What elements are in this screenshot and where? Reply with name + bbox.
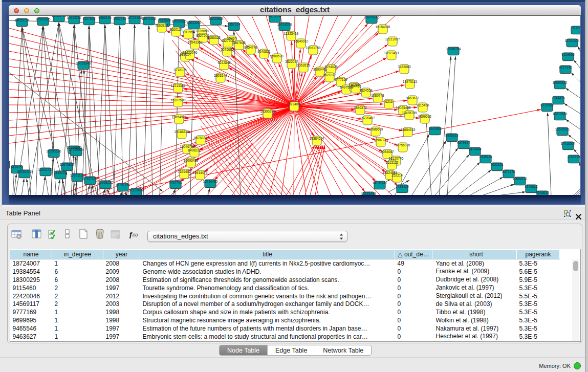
svg-text:19654925: 19654925 <box>172 115 187 119</box>
svg-text:7625402: 7625402 <box>178 170 191 173</box>
svg-text:7357214: 7357214 <box>227 23 241 26</box>
svg-text:10025488: 10025488 <box>396 106 411 110</box>
svg-text:29053346: 29053346 <box>76 61 91 65</box>
svg-text:16782759: 16782759 <box>116 183 130 187</box>
svg-text:2803144: 2803144 <box>214 74 227 77</box>
svg-text:16533267: 16533267 <box>187 21 202 25</box>
svg-text:1588520: 1588520 <box>270 54 284 58</box>
svg-text:10543362: 10543362 <box>188 40 203 44</box>
svg-text:39151112: 39151112 <box>17 170 32 173</box>
svg-text:18933793: 18933793 <box>52 16 67 17</box>
svg-text:1167533: 1167533 <box>568 155 580 159</box>
svg-text:17957223: 17957223 <box>83 177 98 180</box>
svg-text:18724007: 18724007 <box>287 102 302 106</box>
svg-text:19166825: 19166825 <box>175 130 189 134</box>
svg-text:3822037: 3822037 <box>285 60 298 63</box>
svg-text:2867608: 2867608 <box>232 41 246 45</box>
svg-text:7886372: 7886372 <box>354 106 367 110</box>
svg-text:1145191: 1145191 <box>54 171 67 174</box>
svg-text:2935114: 2935114 <box>480 155 492 159</box>
svg-text:9474444: 9474444 <box>468 147 482 151</box>
svg-text:9245612: 9245612 <box>525 185 538 188</box>
svg-text:13975115: 13975115 <box>403 80 418 83</box>
svg-text:7515524: 7515524 <box>158 18 171 22</box>
svg-text:16914479: 16914479 <box>193 171 208 174</box>
svg-text:19654923: 19654923 <box>401 128 416 132</box>
svg-text:15720407: 15720407 <box>360 116 375 120</box>
svg-text:1640953: 1640953 <box>428 127 442 130</box>
svg-text:9777169: 9777169 <box>334 78 347 81</box>
svg-text:11123: 11123 <box>572 26 580 30</box>
svg-text:19975857: 19975857 <box>60 163 75 166</box>
svg-text:7663822: 7663822 <box>155 24 168 27</box>
svg-text:6216: 6216 <box>385 100 393 103</box>
svg-text:8454749: 8454749 <box>244 46 257 49</box>
svg-text:1434061: 1434061 <box>10 165 24 169</box>
svg-text:9084067: 9084067 <box>381 150 394 154</box>
svg-text:1080748: 1080748 <box>371 94 384 97</box>
svg-text:12093822: 12093822 <box>553 81 568 84</box>
svg-text:16640910: 16640910 <box>294 39 309 43</box>
svg-text:9129966: 9129966 <box>561 53 575 56</box>
svg-text:12213382: 12213382 <box>171 84 186 87</box>
svg-text:14136141: 14136141 <box>373 181 387 185</box>
svg-text:16046798: 16046798 <box>180 145 195 148</box>
svg-text:8813054: 8813054 <box>268 16 281 18</box>
svg-text:3660124: 3660124 <box>169 28 183 31</box>
svg-text:1615112: 1615112 <box>386 161 399 164</box>
svg-text:1733426: 1733426 <box>396 185 409 188</box>
svg-text:3912954: 3912954 <box>182 30 195 34</box>
svg-text:11325419: 11325419 <box>284 32 299 35</box>
svg-text:12213967: 12213967 <box>385 37 400 41</box>
svg-text:8498222: 8498222 <box>188 148 201 152</box>
svg-text:15692901: 15692901 <box>555 127 570 131</box>
svg-text:10053380: 10053380 <box>172 19 187 23</box>
svg-text:10719185: 10719185 <box>127 16 142 19</box>
svg-text:254436: 254436 <box>350 84 361 88</box>
svg-text:17359924: 17359924 <box>69 148 84 151</box>
svg-text:2226058: 2226058 <box>195 29 209 33</box>
svg-text:18907249: 18907249 <box>374 138 388 142</box>
svg-text:8938923: 8938923 <box>445 134 459 137</box>
svg-text:2718176: 2718176 <box>173 68 187 72</box>
svg-text:8678334: 8678334 <box>194 136 207 140</box>
svg-text:1621072: 1621072 <box>323 73 336 77</box>
svg-text:8215958: 8215958 <box>540 103 554 107</box>
svg-text:8471676: 8471676 <box>502 170 515 173</box>
svg-text:14055724: 14055724 <box>15 18 30 22</box>
svg-text:20876842: 20876842 <box>364 16 379 19</box>
svg-text:9146821: 9146821 <box>257 50 271 53</box>
svg-text:20206536: 20206536 <box>47 149 61 153</box>
svg-text:6679197: 6679197 <box>457 141 470 144</box>
svg-text:19384554: 19384554 <box>310 137 324 140</box>
svg-text:(x): (x) <box>133 232 138 237</box>
svg-text:8186328: 8186328 <box>207 36 221 39</box>
svg-text:9227342: 9227342 <box>559 65 572 69</box>
svg-text:18300295: 18300295 <box>260 110 275 113</box>
svg-text:252214: 252214 <box>391 173 403 177</box>
svg-text:6794028: 6794028 <box>324 65 338 69</box>
svg-text:16120746: 16120746 <box>389 157 404 160</box>
svg-text:20991406: 20991406 <box>36 17 51 21</box>
svg-text:9699695: 9699695 <box>418 115 431 118</box>
svg-text:9245612: 9245612 <box>536 191 549 194</box>
svg-text:16648784: 16648784 <box>446 47 461 51</box>
svg-text:10958127: 10958127 <box>98 181 113 184</box>
svg-text:10688609: 10688609 <box>368 127 383 131</box>
svg-text:14671355: 14671355 <box>142 17 157 20</box>
svg-text:12342737: 12342737 <box>38 168 53 171</box>
svg-text:1244415: 1244415 <box>552 96 565 100</box>
svg-text:7485063: 7485063 <box>398 65 411 69</box>
svg-text:19218506: 19218506 <box>277 23 292 26</box>
svg-text:17016504: 17016504 <box>561 142 576 145</box>
svg-text:16107533: 16107533 <box>171 98 186 102</box>
svg-text:16210643: 16210643 <box>553 112 568 116</box>
svg-text:16154808: 16154808 <box>376 25 390 29</box>
svg-text:6466160: 6466160 <box>98 16 112 19</box>
svg-text:15716485: 15716485 <box>203 180 218 183</box>
svg-text:16093489: 16093489 <box>184 159 199 162</box>
svg-text:9115460: 9115460 <box>417 103 429 107</box>
svg-text:10756928: 10756928 <box>396 143 410 147</box>
svg-text:3824554: 3824554 <box>359 89 373 92</box>
svg-text:1362615: 1362615 <box>297 63 310 67</box>
